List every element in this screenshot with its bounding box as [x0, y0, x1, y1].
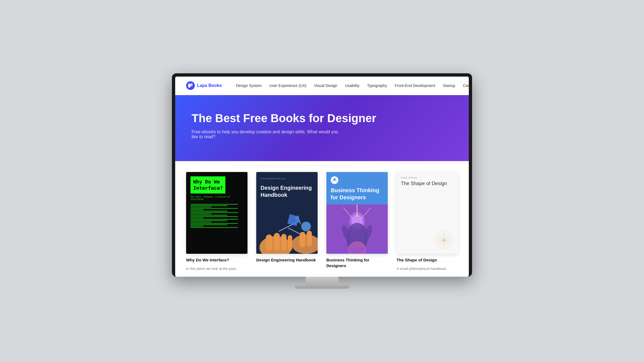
- book3-title: Business Thinking for Designers: [331, 187, 383, 201]
- book-cover-3: Business Thinking for Designers: [326, 172, 388, 254]
- stand-neck: [306, 277, 338, 285]
- book4-card-desc: A small philosophical handbook...: [396, 266, 458, 272]
- book3-card-title: Business Thinking for Designers: [326, 257, 388, 269]
- monitor-stand: [295, 277, 349, 289]
- svg-line-9: [288, 228, 301, 235]
- book-card-1[interactable]: Why Do We Interface? The Past, Present, …: [186, 172, 248, 272]
- book-cover-2: DesignBetter.Co Design Engineering Handb…: [256, 172, 318, 254]
- book3-top: Business Thinking for Designers: [326, 172, 388, 204]
- svg-rect-13: [307, 231, 312, 247]
- book2-label: DesignBetter.Co: [261, 177, 313, 180]
- book1-title-line2: Interface?: [193, 185, 223, 191]
- book4-starburst: [433, 229, 455, 251]
- book-card-3[interactable]: Business Thinking for Designers: [326, 172, 388, 272]
- hero-banner: The Best Free Books for Designer Free eb…: [175, 95, 469, 161]
- book3-icon: [331, 176, 338, 184]
- book1-title-block: Why Do We Interface?: [190, 176, 225, 194]
- logo-icon: [186, 81, 195, 90]
- book3-illustration: [326, 204, 388, 254]
- svg-point-1: [188, 83, 191, 88]
- svg-rect-6: [281, 234, 287, 251]
- svg-rect-5: [274, 233, 280, 251]
- book1-subtitle: The Past, Present, & Future of Interface…: [190, 196, 243, 201]
- monitor-frame: Lapa Books Design System User Experience…: [172, 73, 472, 277]
- navbar: Lapa Books Design System User Experience…: [175, 77, 469, 95]
- stand-base: [295, 285, 349, 289]
- svg-rect-7: [288, 235, 292, 251]
- svg-rect-4: [266, 234, 272, 251]
- svg-point-15: [301, 222, 311, 231]
- book-card-4[interactable]: Frank Chimero The Shape of Design: [396, 172, 458, 272]
- book1-card-desc: In this piece we look at the past...: [186, 266, 248, 272]
- hero-subtitle: Free ebooks to help you develop creative…: [192, 129, 344, 139]
- book-cover-1: Why Do We Interface? The Past, Present, …: [186, 172, 248, 254]
- nav-item-usability[interactable]: Usability: [345, 83, 359, 88]
- nav-item-typography[interactable]: Typography: [367, 83, 387, 88]
- nav-item-startup[interactable]: Startup: [443, 83, 455, 88]
- nav-item-ux[interactable]: User Experience (UX): [269, 83, 306, 88]
- monitor-screen: Lapa Books Design System User Experience…: [175, 77, 469, 277]
- book-cover-4: Frank Chimero The Shape of Design: [396, 172, 458, 254]
- hero-title: The Best Free Books for Designer: [192, 111, 383, 125]
- svg-rect-14: [287, 214, 299, 226]
- book4-title: The Shape of Design: [401, 180, 454, 187]
- nav-item-design-system[interactable]: Design System: [236, 83, 262, 88]
- nav-item-career[interactable]: Career: [463, 83, 469, 88]
- nav-links: Design System User Experience (UX) Visua…: [236, 83, 469, 88]
- nav-item-visual-design[interactable]: Visual Design: [314, 83, 337, 88]
- book2-title: Design Engineering Handbook: [261, 184, 313, 198]
- book4-author: Frank Chimero: [401, 176, 454, 179]
- book2-illustration: [256, 209, 318, 254]
- logo[interactable]: Lapa Books: [186, 81, 222, 90]
- books-section: Why Do We Interface? The Past, Present, …: [175, 161, 469, 277]
- svg-point-2: [190, 83, 193, 86]
- logo-text: Lapa Books: [197, 83, 222, 88]
- nav-item-frontend[interactable]: Front-End Development: [395, 83, 435, 88]
- svg-rect-12: [300, 232, 305, 248]
- book1-title-line1: Why Do We: [193, 179, 223, 185]
- book4-card-title: The Shape of Design: [396, 257, 458, 263]
- monitor-wrapper: Lapa Books Design System User Experience…: [172, 73, 472, 289]
- book1-terminal: [190, 204, 243, 249]
- book1-card-title: Why Do We Interface?: [186, 257, 248, 263]
- book-card-2[interactable]: DesignBetter.Co Design Engineering Handb…: [256, 172, 318, 272]
- books-grid: Why Do We Interface? The Past, Present, …: [186, 172, 458, 272]
- book2-card-title: Design Engineering Handbook: [256, 257, 318, 263]
